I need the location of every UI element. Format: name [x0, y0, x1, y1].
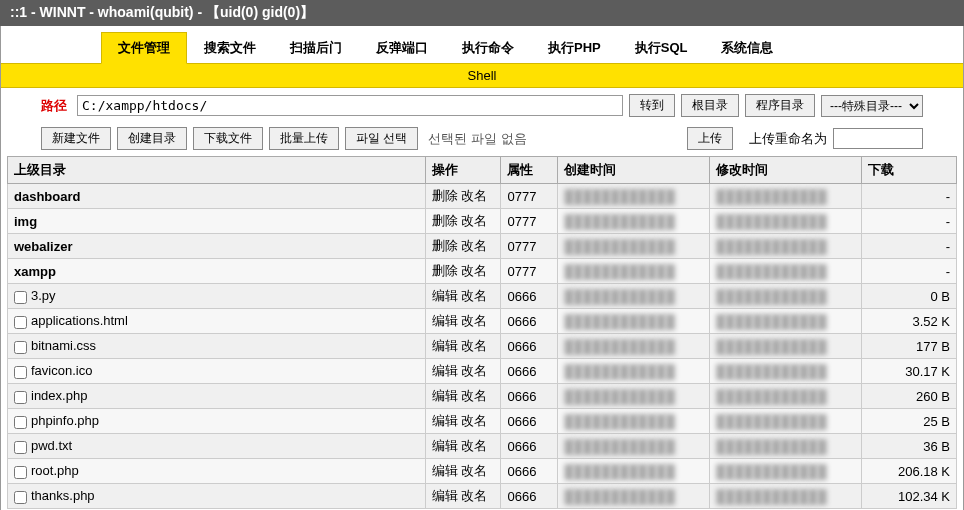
- choose-file-button[interactable]: 파일 선택: [345, 127, 418, 150]
- file-link[interactable]: pwd.txt: [31, 438, 72, 453]
- row-checkbox[interactable]: [14, 291, 27, 304]
- new-dir-button[interactable]: 创建目录: [117, 127, 187, 150]
- attr-cell[interactable]: 0666: [501, 309, 558, 334]
- attr-cell[interactable]: 0666: [501, 384, 558, 409]
- op-cell[interactable]: 编辑 改名: [425, 434, 501, 459]
- file-link[interactable]: thanks.php: [31, 488, 95, 503]
- mtime-cell: ████████████: [710, 484, 862, 509]
- row-checkbox[interactable]: [14, 441, 27, 454]
- tab-6[interactable]: 执行SQL: [618, 32, 705, 64]
- download-cell[interactable]: 102.34 K: [862, 484, 957, 509]
- op-cell[interactable]: 编辑 改名: [425, 484, 501, 509]
- tab-1[interactable]: 搜索文件: [187, 32, 273, 64]
- row-checkbox[interactable]: [14, 341, 27, 354]
- tab-0[interactable]: 文件管理: [101, 32, 187, 64]
- table-row: index.php编辑 改名0666██████████████████████…: [8, 384, 957, 409]
- window-header: ::1 - WINNT - whoami(qubit) - 【uid(0) gi…: [0, 0, 964, 26]
- op-cell[interactable]: 编辑 改名: [425, 409, 501, 434]
- attr-cell[interactable]: 0666: [501, 484, 558, 509]
- dir-link[interactable]: img: [8, 209, 426, 234]
- download-cell: -: [862, 234, 957, 259]
- download-cell[interactable]: 177 B: [862, 334, 957, 359]
- toolbar: 新建文件 创建目录 下载文件 批量上传 파일 선택 선택된 파일 없음 上传 上…: [1, 123, 963, 156]
- attr-cell[interactable]: 0666: [501, 284, 558, 309]
- dir-link[interactable]: xampp: [8, 259, 426, 284]
- op-cell[interactable]: 编辑 改名: [425, 309, 501, 334]
- attr-cell[interactable]: 0777: [501, 234, 558, 259]
- tab-3[interactable]: 反弹端口: [359, 32, 445, 64]
- op-cell[interactable]: 编辑 改名: [425, 384, 501, 409]
- row-checkbox[interactable]: [14, 491, 27, 504]
- download-cell[interactable]: 30.17 K: [862, 359, 957, 384]
- download-cell: -: [862, 184, 957, 209]
- op-cell[interactable]: 删除 改名: [425, 209, 501, 234]
- root-dir-button[interactable]: 根目录: [681, 94, 739, 117]
- download-cell[interactable]: 206.18 K: [862, 459, 957, 484]
- download-cell[interactable]: 36 B: [862, 434, 957, 459]
- batch-upload-button[interactable]: 批量上传: [269, 127, 339, 150]
- tab-2[interactable]: 扫描后门: [273, 32, 359, 64]
- row-checkbox[interactable]: [14, 366, 27, 379]
- row-checkbox[interactable]: [14, 416, 27, 429]
- file-link[interactable]: bitnami.css: [31, 338, 96, 353]
- upload-button[interactable]: 上传: [687, 127, 733, 150]
- dir-link[interactable]: dashboard: [8, 184, 426, 209]
- mtime-cell: ████████████: [710, 259, 862, 284]
- file-link[interactable]: root.php: [31, 463, 79, 478]
- attr-cell[interactable]: 0666: [501, 434, 558, 459]
- mtime-cell: ████████████: [710, 209, 862, 234]
- mtime-cell: ████████████: [710, 184, 862, 209]
- tab-5[interactable]: 执行PHP: [531, 32, 618, 64]
- col-parent[interactable]: 上级目录: [8, 157, 426, 184]
- new-file-button[interactable]: 新建文件: [41, 127, 111, 150]
- mtime-cell: ████████████: [710, 409, 862, 434]
- table-row: 3.py编辑 改名0666████████████████████████0 B: [8, 284, 957, 309]
- mtime-cell: ████████████: [710, 234, 862, 259]
- go-button[interactable]: 转到: [629, 94, 675, 117]
- file-link[interactable]: favicon.ico: [31, 363, 92, 378]
- attr-cell[interactable]: 0666: [501, 334, 558, 359]
- row-checkbox[interactable]: [14, 391, 27, 404]
- op-cell[interactable]: 编辑 改名: [425, 459, 501, 484]
- ctime-cell: ████████████: [558, 359, 710, 384]
- path-input[interactable]: [77, 95, 623, 116]
- file-link[interactable]: applications.html: [31, 313, 128, 328]
- download-button[interactable]: 下载文件: [193, 127, 263, 150]
- tab-4[interactable]: 执行命令: [445, 32, 531, 64]
- file-link[interactable]: phpinfo.php: [31, 413, 99, 428]
- download-cell[interactable]: 25 B: [862, 409, 957, 434]
- program-dir-button[interactable]: 程序目录: [745, 94, 815, 117]
- table-row: thanks.php编辑 改名0666█████████████████████…: [8, 484, 957, 509]
- row-checkbox[interactable]: [14, 316, 27, 329]
- row-checkbox[interactable]: [14, 466, 27, 479]
- download-cell[interactable]: 260 B: [862, 384, 957, 409]
- tab-7[interactable]: 系统信息: [704, 32, 790, 64]
- download-cell[interactable]: 0 B: [862, 284, 957, 309]
- attr-cell[interactable]: 0777: [501, 209, 558, 234]
- rename-input[interactable]: [833, 128, 923, 149]
- attr-cell[interactable]: 0777: [501, 184, 558, 209]
- col-download: 下载: [862, 157, 957, 184]
- table-row: dashboard删除 改名0777██████████████████████…: [8, 184, 957, 209]
- special-dir-select[interactable]: ---特殊目录---: [821, 95, 923, 117]
- attr-cell[interactable]: 0666: [501, 359, 558, 384]
- table-row: bitnami.css编辑 改名0666████████████████████…: [8, 334, 957, 359]
- attr-cell[interactable]: 0777: [501, 259, 558, 284]
- op-cell[interactable]: 删除 改名: [425, 259, 501, 284]
- op-cell[interactable]: 编辑 改名: [425, 334, 501, 359]
- ctime-cell: ████████████: [558, 209, 710, 234]
- ctime-cell: ████████████: [558, 234, 710, 259]
- attr-cell[interactable]: 0666: [501, 459, 558, 484]
- attr-cell[interactable]: 0666: [501, 409, 558, 434]
- table-row: webalizer删除 改名0777██████████████████████…: [8, 234, 957, 259]
- file-link[interactable]: 3.py: [31, 288, 56, 303]
- op-cell[interactable]: 编辑 改名: [425, 284, 501, 309]
- file-link[interactable]: index.php: [31, 388, 87, 403]
- op-cell[interactable]: 删除 改名: [425, 234, 501, 259]
- ctime-cell: ████████████: [558, 259, 710, 284]
- op-cell[interactable]: 编辑 改名: [425, 359, 501, 384]
- mtime-cell: ████████████: [710, 334, 862, 359]
- dir-link[interactable]: webalizer: [8, 234, 426, 259]
- op-cell[interactable]: 删除 改名: [425, 184, 501, 209]
- download-cell[interactable]: 3.52 K: [862, 309, 957, 334]
